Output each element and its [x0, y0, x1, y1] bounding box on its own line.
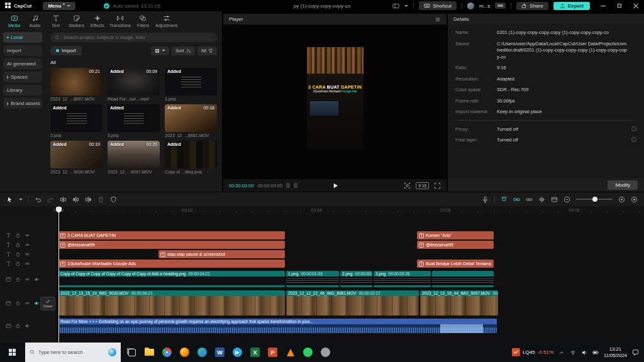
video-clip[interactable]: 2023_12_13_15_10_IMG_9030.MOV00:00:04:21: [58, 290, 285, 315]
text-clip[interactable]: TKomen "Ads": [417, 231, 494, 239]
media-item[interactable]: Added3.png: [108, 104, 160, 138]
media-item[interactable]: Added1.png: [165, 68, 217, 101]
playhead[interactable]: [58, 206, 59, 343]
media-item[interactable]: Added2.png: [50, 104, 103, 138]
text-clip[interactable]: T10juta/bulan Manfaatin Google Ads: [58, 260, 285, 268]
search-input[interactable]: [62, 34, 213, 41]
lock-icon[interactable]: [15, 242, 21, 248]
eye-icon[interactable]: [25, 277, 30, 282]
media-item[interactable]: Added00:202023_12_...9097.MOV: [108, 141, 160, 174]
taskbar-app-word[interactable]: W: [213, 344, 227, 361]
lock-icon[interactable]: [15, 251, 21, 257]
import-button[interactable]: Import: [50, 46, 82, 55]
lock-icon[interactable]: [15, 233, 21, 238]
shortcut-button[interactable]: Shortcut: [419, 1, 457, 10]
taskbar-search[interactable]: Type here to search: [25, 343, 121, 362]
player-menu-icon[interactable]: [435, 16, 441, 23]
image-clip[interactable]: 3.png00:00:00:26: [374, 271, 431, 287]
undo-icon[interactable]: [35, 196, 42, 203]
media-item[interactable]: 00:212023_12_...8997.MOV: [50, 68, 103, 101]
edit-cover-button[interactable]: Cover: [40, 297, 55, 310]
fullscreen-icon[interactable]: [434, 182, 441, 189]
play-button[interactable]: [331, 182, 338, 189]
media-item[interactable]: AddedCopy of ...ding.png: [165, 141, 217, 174]
text-clip[interactable]: Tsiap-siap pause & screenshot: [158, 250, 285, 258]
frame-icon[interactable]: [6, 277, 11, 282]
action-center-icon[interactable]: [632, 349, 639, 356]
speaker-icon[interactable]: [34, 300, 40, 306]
zoom-fit-icon[interactable]: [631, 196, 638, 203]
taskbar-app-chrome[interactable]: [160, 344, 174, 361]
sidebar-item-brand-assets[interactable]: Brand assets: [3, 98, 42, 109]
tab-media[interactable]: Media: [4, 14, 25, 28]
taskbar-app-firefox[interactable]: [177, 344, 192, 361]
timeline-ruler[interactable]: 00:0000:0200:0400:0600:08: [0, 206, 644, 215]
delete-icon[interactable]: [97, 196, 104, 203]
lock-icon[interactable]: [15, 323, 21, 329]
sidebar-item-ai-generated[interactable]: AI generated: [3, 58, 42, 69]
audio-clip[interactable]: Read For More ⚡⚡⚡ Embarking on an epic j…: [58, 319, 497, 333]
taskbar-app-powerpoint[interactable]: P: [265, 344, 280, 361]
video-clip[interactable]: 2023_12_12_22_46_IMG_8981.MOV00:00:02:22: [286, 290, 419, 315]
chevron-down-icon[interactable]: [19, 199, 23, 200]
record-voiceover-icon[interactable]: [482, 196, 489, 203]
taskbar-app-whatsapp[interactable]: [301, 344, 315, 361]
video-clip[interactable]: 2023_12_13_16_44_IMG_9097.MOV00:00:1: [420, 290, 498, 315]
share-button[interactable]: Share: [516, 2, 548, 10]
view-mode-button[interactable]: [151, 47, 169, 55]
redo-icon[interactable]: [47, 196, 54, 203]
text-clip[interactable]: T@ilmizainal99: [417, 241, 494, 249]
taskbar-clock[interactable]: 13:21 11/05/2024: [604, 346, 627, 359]
auto-snap-icon[interactable]: [501, 196, 508, 203]
network-icon[interactable]: [570, 349, 576, 356]
tab-transitions[interactable]: Transitions: [108, 14, 133, 28]
image-clip[interactable]: [432, 271, 494, 287]
minimize-button[interactable]: [600, 3, 606, 9]
taskbar-app-settings[interactable]: [318, 344, 333, 361]
text-icon[interactable]: [6, 261, 11, 266]
taskbar-app-excel[interactable]: X: [248, 344, 262, 361]
frame-icon[interactable]: [6, 300, 11, 306]
close-button[interactable]: [633, 3, 639, 9]
battery-icon[interactable]: [592, 349, 599, 356]
media-item[interactable]: Added00:182023_12_...8981.MOV: [165, 104, 217, 138]
preview-axis-icon[interactable]: [551, 196, 558, 203]
eye-icon[interactable]: [25, 251, 30, 257]
split-icon[interactable]: [60, 196, 67, 203]
speaker-icon[interactable]: [25, 323, 30, 329]
sort-button[interactable]: Sort: [172, 47, 195, 55]
zoom-in-icon[interactable]: [618, 196, 625, 203]
mirror-icon[interactable]: [538, 196, 545, 203]
media-item[interactable]: Added00:192023_12_...9030.MOV: [50, 141, 103, 174]
show-hidden-icons-button[interactable]: [558, 349, 565, 356]
lock-icon[interactable]: [15, 277, 21, 282]
eye-icon[interactable]: [25, 242, 30, 248]
frame-icon[interactable]: [6, 323, 11, 329]
tab-text[interactable]: Text: [45, 14, 66, 28]
taskbar-app-vlc[interactable]: [283, 344, 297, 361]
text-clip[interactable]: TBuat Belajar Lebih Detail Tentang Cara …: [417, 260, 494, 268]
maximize-button[interactable]: [616, 3, 623, 9]
volume-icon[interactable]: [581, 349, 587, 356]
delete-right-icon[interactable]: [85, 196, 92, 203]
timeline-zoom-slider[interactable]: [576, 199, 613, 200]
zoom-out-icon[interactable]: [564, 196, 570, 203]
sidebar-item-library[interactable]: Library: [3, 85, 42, 96]
delete-left-icon[interactable]: [72, 196, 79, 203]
eye-icon[interactable]: [25, 261, 30, 266]
video-preview[interactable]: 3 CARA BUAT DAPETIN 10juta/bulan Manfaat…: [307, 47, 364, 149]
start-button[interactable]: [0, 343, 25, 362]
taskbar-app-edge[interactable]: [195, 344, 209, 361]
chevron-down-icon[interactable]: [404, 5, 408, 7]
text-icon[interactable]: [6, 242, 11, 248]
tab-stickers[interactable]: Stickers: [66, 14, 87, 28]
info-icon[interactable]: i: [631, 137, 636, 142]
image-clip[interactable]: Copy of Copy of Copy of Copy of Copy of …: [58, 271, 285, 287]
sidebar-item-local[interactable]: Local: [3, 32, 42, 43]
select-tool-icon[interactable]: [6, 196, 13, 203]
linked-preview-icon[interactable]: [513, 196, 520, 203]
image-clip[interactable]: 1.png00:00:01:03: [286, 271, 339, 287]
text-icon[interactable]: [6, 251, 11, 257]
eye-icon[interactable]: [25, 233, 30, 238]
text-clip[interactable]: T@ilmizainal99: [58, 241, 285, 249]
